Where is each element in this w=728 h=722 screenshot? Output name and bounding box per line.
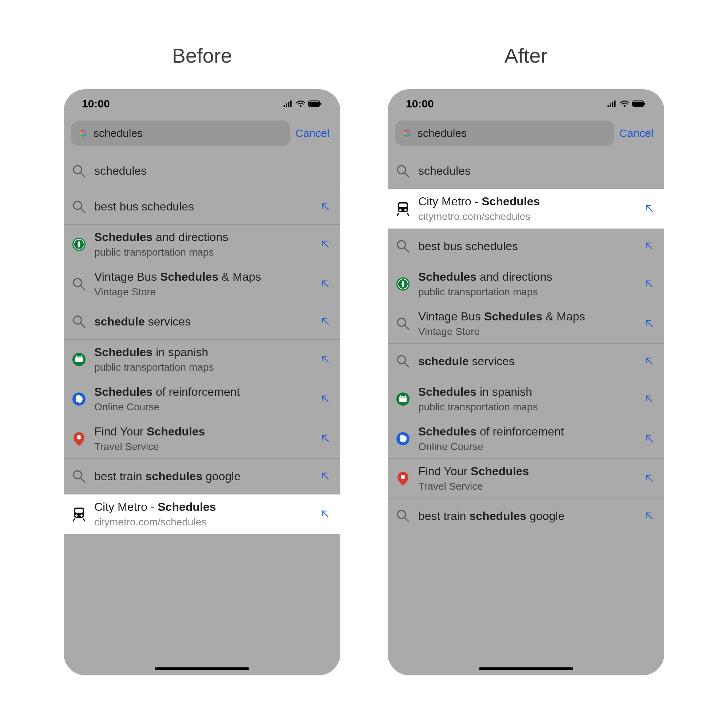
suggestion-row[interactable]: Find Your SchedulesTravel Service [64,419,340,459]
suggestion-title: Find Your Schedules [418,464,636,479]
search-row: schedulesCancel [64,118,340,153]
suggestion-title: Schedules and directions [94,230,312,245]
suggestion-row[interactable]: Schedules and directionspublic transport… [388,264,664,304]
after-title: After [388,44,664,67]
suggestion-content: Vintage Bus Schedules & MapsVintage Stor… [94,269,312,298]
phone-before: 10:00schedulesCancelschedulesbest bus sc… [64,89,340,675]
pin-icon [395,470,411,486]
arrow-up-left-icon[interactable] [643,510,656,522]
status-time: 10:00 [82,98,110,110]
suggestion-row[interactable]: Find Your SchedulesTravel Service [388,459,664,499]
arrow-up-left-icon[interactable] [643,393,656,405]
suggestion-title-pre: Vintage Bus [94,270,160,283]
home-indicator[interactable] [479,667,573,670]
suggestion-title-pre: best train [94,470,145,483]
arrow-up-left-icon[interactable] [319,470,332,482]
arrow-up-left-icon[interactable] [643,355,656,367]
arrow-up-left-icon[interactable] [643,318,656,330]
suggestion-row[interactable]: schedule services [388,344,664,379]
cancel-button[interactable]: Cancel [619,127,657,139]
arrow-up-left-icon[interactable] [643,433,656,445]
suggestion-title: Schedules in spanish [94,345,312,360]
suggestion-title-bold: Schedules [94,346,153,359]
suggestion-row[interactable]: Vintage Bus Schedules & MapsVintage Stor… [388,304,664,344]
arrow-up-left-icon[interactable] [319,315,332,328]
suggestion-title-post: google [526,509,564,523]
arrow-up-left-icon[interactable] [319,200,332,213]
suggestion-row[interactable]: schedule services [64,304,340,340]
suggestion-content: best train schedules google [94,469,312,484]
arrow-up-left-icon[interactable] [319,238,332,251]
suggestion-content: schedule services [418,354,636,369]
suggestion-row[interactable]: schedules [64,153,340,189]
search-row: schedulesCancel [388,118,664,153]
cancel-button[interactable]: Cancel [295,127,333,139]
suggestion-title-pre: best bus schedules [94,200,194,213]
suggestion-row[interactable]: Vintage Bus Schedules & MapsVintage Stor… [64,264,340,304]
arrow-up-left-icon[interactable] [319,508,332,520]
suggestion-title-bold: Schedules [418,270,476,283]
google-g-icon [78,127,89,139]
arrow-up-left-icon[interactable] [643,202,656,215]
suggestion-title: best bus schedules [94,199,312,214]
suggestion-title-bold: Schedules [94,231,153,243]
arrow-up-left-icon[interactable] [319,433,332,445]
suggestion-row[interactable]: Schedules and directionspublic transport… [64,225,340,264]
search-input[interactable]: schedules [395,121,615,146]
suggestion-row[interactable]: Schedules in spanishpublic transportatio… [64,340,340,379]
suggestion-subtitle: public transportation maps [94,361,312,374]
suggestion-title-post: services [469,355,515,368]
suggestion-title-post: of reinforcement [476,425,564,438]
suggestion-title-bold: Schedules [418,425,476,438]
suggestion-title-bold: schedules [145,470,203,483]
suggestion-title: schedule services [94,314,312,329]
suggestion-row[interactable]: schedules [388,153,664,189]
suggestion-title-bold: schedule [418,355,469,368]
arrow-up-left-icon[interactable] [643,472,656,485]
arrow-up-left-icon[interactable] [319,393,332,405]
compass-icon [71,236,87,252]
battery-icon [308,100,322,108]
suggestion-row[interactable]: best bus schedules [64,189,340,225]
suggestion-title: schedule services [418,354,636,369]
suggestion-title-bold: Schedules [158,500,216,513]
suggestion-row[interactable]: Schedules of reinforcementOnline Course [388,419,664,459]
suggestion-row[interactable]: City Metro - Schedulescitymetro.com/sche… [64,494,340,534]
suggestion-row[interactable]: Schedules of reinforcementOnline Course [64,379,340,419]
suggestion-content: best bus schedules [94,199,312,214]
search-input[interactable]: schedules [71,121,291,146]
search-icon [71,199,87,215]
suggestion-title-post: and directions [476,270,552,283]
suggestion-subtitle: public transportation maps [94,246,312,259]
suggestion-row[interactable]: best bus schedules [388,229,664,264]
suggestion-row[interactable]: best train schedules google [64,459,340,494]
arrow-up-left-icon[interactable] [643,240,656,252]
suggestion-content: Schedules of reinforcementOnline Course [94,384,312,414]
suggestion-title-bold: Schedules [484,310,542,323]
search-icon [71,276,87,292]
suggestion-content: City Metro - Schedulescitymetro.com/sche… [94,500,312,529]
suggestion-title: Schedules of reinforcement [94,384,312,400]
home-indicator[interactable] [155,667,249,670]
status-icons [284,100,322,108]
before-title: Before [64,44,340,67]
search-icon [71,468,87,484]
suggestion-row[interactable]: City Metro - Schedulescitymetro.com/sche… [388,189,664,229]
calendar-icon [71,351,87,367]
suggestion-row[interactable]: best train schedules google [388,499,664,534]
suggestion-content: Schedules in spanishpublic transportatio… [418,384,636,414]
train-icon [395,200,411,217]
status-bar: 10:00 [64,89,340,118]
arrow-up-left-icon[interactable] [643,278,656,290]
suggestion-title: best train schedules google [418,509,636,524]
suggestion-subtitle: citymetro.com/schedules [94,515,312,529]
suggestion-content: Schedules and directionspublic transport… [94,230,312,259]
arrow-up-left-icon[interactable] [319,353,332,366]
brain-icon [395,431,411,447]
suggestion-title-pre: City Metro - [94,500,158,513]
status-time: 10:00 [406,98,434,110]
arrow-up-left-icon[interactable] [319,278,332,290]
suggestion-title-post: & Maps [542,310,585,323]
suggestion-row[interactable]: Schedules in spanishpublic transportatio… [388,379,664,419]
calendar-icon [395,391,411,407]
